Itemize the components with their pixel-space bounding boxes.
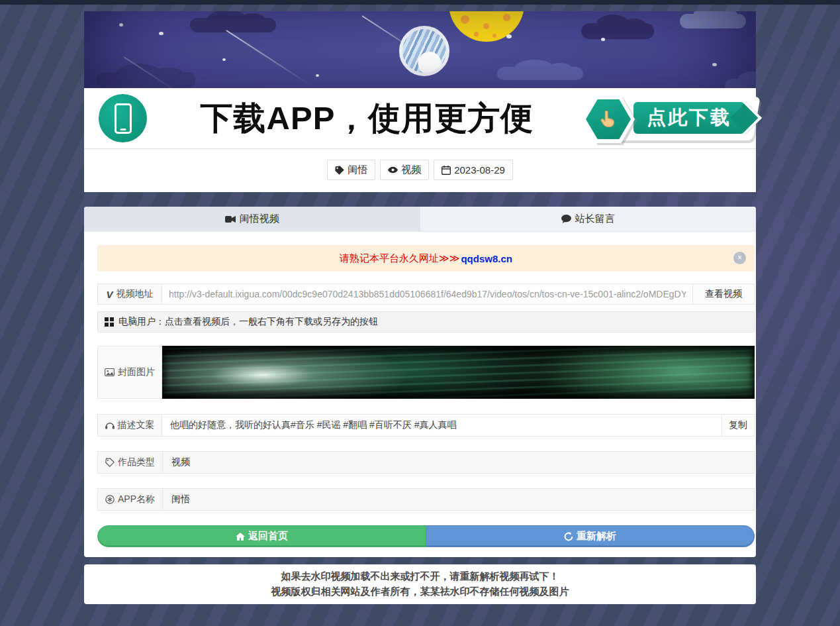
refresh-icon xyxy=(564,532,573,541)
description-row: 描述文案 他唱的好随意，我听的好认真#音乐 #民谣 #翻唱 #百听不厌 #真人真… xyxy=(97,414,755,437)
cta-hexagon xyxy=(582,95,635,143)
cover-label: 封面图片 xyxy=(118,366,155,378)
cloud xyxy=(680,14,746,28)
meta-tags: 闺悟 视频 2023-08-29 xyxy=(84,160,756,180)
star xyxy=(712,63,717,66)
calendar-icon xyxy=(442,166,451,175)
notice-text: 请熟记本平台永久网址≫≫ xyxy=(340,252,459,265)
video-url-input-wrap xyxy=(162,284,693,305)
work-type-value: 视频 xyxy=(163,452,754,473)
star xyxy=(601,38,605,41)
tag-icon xyxy=(335,166,344,175)
tab-bar: 闺悟视频 站长留言 xyxy=(84,207,756,232)
meta-tag-label: 闺悟 xyxy=(348,164,367,176)
meta-tag-type: 视频 xyxy=(380,160,429,180)
avatar xyxy=(399,26,449,76)
work-type-label: 作品类型 xyxy=(118,456,155,468)
close-icon[interactable]: × xyxy=(733,252,746,264)
reparse-label: 重新解析 xyxy=(577,530,616,543)
cta-arrow: 点此下载 xyxy=(631,99,747,136)
chat-icon xyxy=(561,215,571,223)
view-video-button[interactable]: 查看视频 xyxy=(693,284,755,305)
meta-tag-date: 2023-08-29 xyxy=(434,160,513,180)
cover-image[interactable] xyxy=(162,346,755,399)
image-icon xyxy=(105,368,115,376)
download-banner-title: 下载APP，使用更方便 xyxy=(163,88,571,149)
cloud xyxy=(725,79,756,88)
moon-illustration xyxy=(449,11,524,42)
eye-icon xyxy=(388,166,398,174)
video-camera-icon xyxy=(225,215,236,223)
moon-crater xyxy=(492,34,496,38)
moon-crater xyxy=(483,23,489,29)
divider xyxy=(84,148,756,149)
app-name-label: APP名称 xyxy=(118,494,155,505)
app-name-row: APP名称 闺悟 xyxy=(97,488,755,511)
notice-bar: 请熟记本平台永久网址≫≫ qqdsw8.cn × xyxy=(97,245,755,272)
work-type-row: 作品类型 视频 xyxy=(97,451,755,474)
app-circle-icon xyxy=(105,495,115,504)
reparse-button[interactable]: 重新解析 xyxy=(426,525,755,547)
cta-label: 点此下载 xyxy=(647,105,731,131)
tab-app-video[interactable]: 闺悟视频 xyxy=(84,207,420,231)
shooting-star xyxy=(226,30,310,85)
page-footer: 如果去水印视频加载不出来或打不开，请重新解析视频再试下！ 视频版权归相关网站及作… xyxy=(84,564,756,604)
video-url-label-cell: V 视频地址 xyxy=(97,284,162,305)
action-buttons: 返回首页 重新解析 xyxy=(97,525,755,547)
v-icon: V xyxy=(106,289,113,300)
video-url-input[interactable] xyxy=(162,284,692,304)
pc-note-text: 电脑用户：点击查看视频后，一般右下角有下载或另存为的按钮 xyxy=(118,316,378,328)
moon-crater xyxy=(503,14,510,21)
tab-label: 站长留言 xyxy=(575,213,615,225)
night-sky-banner xyxy=(84,11,756,88)
meta-tag-label: 视频 xyxy=(401,164,421,176)
cloud xyxy=(190,18,276,32)
app-download-section: 下载APP，使用更方便 点此下载 闺悟 视频 xyxy=(84,88,756,192)
star xyxy=(119,23,123,26)
moon-crater xyxy=(474,32,479,36)
star xyxy=(316,74,319,77)
video-url-label: 视频地址 xyxy=(117,288,154,300)
star xyxy=(222,58,226,61)
cover-label-cell: 封面图片 xyxy=(97,346,162,399)
app-name-value: 闺悟 xyxy=(163,489,754,510)
work-type-label-cell: 作品类型 xyxy=(98,452,163,473)
description-label: 描述文案 xyxy=(118,419,155,431)
star xyxy=(506,34,512,38)
copy-button[interactable]: 复制 xyxy=(722,414,755,437)
phone-icon xyxy=(115,103,132,134)
top-strip xyxy=(0,0,840,5)
pointing-hand-icon xyxy=(597,108,620,130)
meta-tag-label: 2023-08-29 xyxy=(454,164,505,176)
star xyxy=(159,32,163,35)
result-card: 闺悟视频 站长留言 请熟记本平台永久网址≫≫ qqdsw8.cn × V 视频地… xyxy=(84,207,756,557)
meta-tag-app: 闺悟 xyxy=(327,160,375,180)
description-label-cell: 描述文案 xyxy=(97,414,162,437)
video-url-row: V 视频地址 查看视频 xyxy=(97,284,755,305)
footer-line-2: 视频版权归相关网站及作者所有，某某祛水印不存储任何视频及图片 xyxy=(271,586,569,598)
cover-row: 封面图片 xyxy=(97,346,755,399)
cloud xyxy=(96,72,195,88)
tag-outline-icon xyxy=(105,458,115,467)
footer-line-1: 如果去水印视频加载不出来或打不开，请重新解析视频再试下！ xyxy=(281,570,559,583)
phone-badge xyxy=(99,94,147,142)
windows-icon xyxy=(105,317,114,327)
cloud xyxy=(497,67,583,80)
tab-webmaster-message[interactable]: 站长留言 xyxy=(420,207,757,231)
download-cta-button[interactable]: 点此下载 xyxy=(582,91,758,147)
cloud xyxy=(581,23,654,39)
pc-user-note: 电脑用户：点击查看视频后，一般右下角有下载或另存为的按钮 xyxy=(97,311,755,333)
back-home-button[interactable]: 返回首页 xyxy=(97,525,426,547)
app-name-label-cell: APP名称 xyxy=(98,489,163,510)
back-home-label: 返回首页 xyxy=(248,530,288,543)
headphones-icon xyxy=(105,421,115,429)
permanent-url-link[interactable]: qqdsw8.cn xyxy=(461,253,512,264)
description-text: 他唱的好随意，我听的好认真#音乐 #民谣 #翻唱 #百听不厌 #真人真唱 xyxy=(162,414,722,437)
home-icon xyxy=(236,533,245,541)
tab-label: 闺悟视频 xyxy=(240,213,279,225)
moon-crater xyxy=(461,15,469,24)
